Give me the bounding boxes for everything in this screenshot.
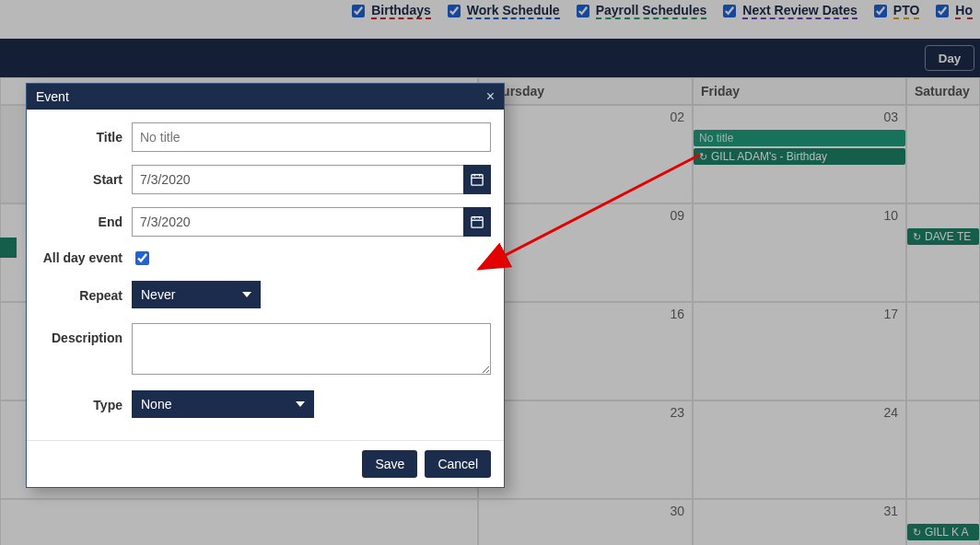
label-end: End: [40, 207, 132, 237]
dialog-title: Event: [36, 89, 69, 104]
label-title: Title: [40, 122, 132, 152]
label-repeat: Repeat: [40, 281, 132, 310]
end-date-picker-button[interactable]: [463, 207, 491, 237]
svg-rect-0: [472, 175, 483, 185]
dialog-body: Title Start End All day event: [27, 110, 504, 440]
end-date-input[interactable]: [132, 207, 463, 237]
type-select-value: None: [141, 397, 171, 412]
title-input[interactable]: [132, 122, 491, 152]
event-dialog: Event × Title Start End: [26, 83, 505, 488]
save-button[interactable]: Save: [362, 450, 417, 478]
close-icon[interactable]: ×: [486, 88, 495, 105]
label-allday: All day event: [40, 249, 132, 266]
label-description: Description: [40, 323, 132, 353]
repeat-select-value: Never: [141, 287, 175, 302]
label-type: Type: [40, 390, 132, 420]
label-start: Start: [40, 165, 132, 194]
svg-rect-4: [472, 217, 483, 227]
type-select[interactable]: None: [132, 390, 314, 418]
chevron-down-icon: [242, 292, 251, 297]
repeat-select[interactable]: Never: [132, 281, 261, 308]
description-textarea[interactable]: [132, 323, 491, 375]
dialog-titlebar: Event ×: [27, 84, 504, 110]
start-date-input[interactable]: [132, 165, 463, 194]
calendar-icon: [471, 215, 484, 228]
dialog-footer: Save Cancel: [27, 440, 504, 487]
calendar-icon: [471, 173, 484, 186]
chevron-down-icon: [296, 401, 305, 407]
cancel-button[interactable]: Cancel: [425, 450, 491, 478]
start-date-picker-button[interactable]: [463, 165, 491, 194]
allday-checkbox[interactable]: [135, 251, 149, 265]
